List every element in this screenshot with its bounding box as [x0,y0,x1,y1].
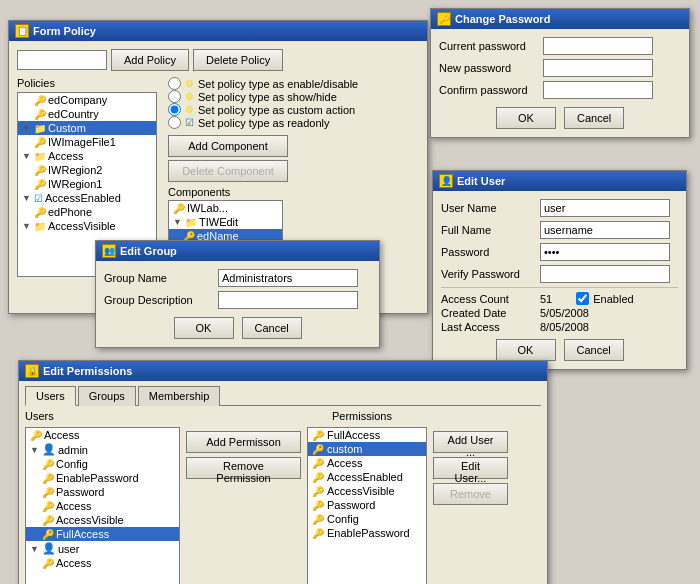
tree-item-accessenabled[interactable]: ▼ ☑ AccessEnabled [18,191,156,205]
user-admin[interactable]: ▼ 👤 admin [26,442,179,457]
key-icon: 🔑 [30,430,42,441]
group-desc-input[interactable] [218,291,358,309]
group-desc-label: Group Description [104,294,214,306]
form-policy-title: Form Policy [33,25,96,37]
fullname-label: Full Name [441,224,536,236]
users-section-label: Users [25,410,234,422]
perm-config[interactable]: 🔑 Config [308,512,426,526]
policy-type-icon: ⚙ [185,104,194,115]
user-fullaccess[interactable]: 🔑 FullAccess [26,527,179,541]
tree-item-iwregion2[interactable]: 🔑 IWRegion2 [18,163,156,177]
verify-password-input[interactable] [540,265,670,283]
radio-enable-input[interactable] [168,77,181,90]
username-input[interactable] [540,199,670,217]
delete-policy-button[interactable]: Delete Policy [193,49,283,71]
comp-tiwdit[interactable]: ▼ 📁 TIWEdit [169,215,282,229]
item-label: EnablePassword [327,527,410,539]
delete-component-button[interactable]: Delete Component [168,160,288,182]
folder-icon: 📁 [34,221,46,232]
radio-show-hide[interactable]: ⚙ Set policy type as show/hide [168,90,419,103]
edit-group-icon: 👥 [102,244,116,258]
add-permission-button[interactable]: Add Permisson [186,431,301,453]
user-user[interactable]: ▼ 👤 user [26,541,179,556]
current-password-input[interactable] [543,37,653,55]
item-label: IWRegion1 [48,178,102,190]
enabled-checkbox[interactable] [576,292,589,305]
tree-item-edcompany[interactable]: 🔑 edCompany [18,93,156,107]
user-access2[interactable]: 🔑 Access [26,499,179,513]
remove-button[interactable]: Remove [433,483,508,505]
perm-password[interactable]: 🔑 Password [308,498,426,512]
perm-fullaccess[interactable]: 🔑 FullAccess [308,428,426,442]
user-useraccess[interactable]: 🔑 Access [26,556,179,570]
expand-icon: ▼ [22,221,32,231]
new-password-input[interactable] [543,59,653,77]
folder-icon: 📁 [34,151,46,162]
item-label: FullAccess [327,429,380,441]
tree-item-access[interactable]: ▼ 📁 Access [18,149,156,163]
ok-button-cp[interactable]: OK [496,107,556,129]
perm-enablepassword[interactable]: 🔑 EnablePassword [308,526,426,540]
perm-accessvisible[interactable]: 🔑 AccessVisible [308,484,426,498]
radio-show-input[interactable] [168,90,181,103]
user-config[interactable]: 🔑 Config [26,457,179,471]
cancel-button-cp[interactable]: Cancel [564,107,624,129]
policy-type-icon: ⚙ [185,78,194,89]
item-label: AccessVisible [327,485,395,497]
add-policy-button[interactable]: Add Policy [111,49,189,71]
last-access-value: 8/05/2008 [540,321,589,333]
user-password[interactable]: 🔑 Password [26,485,179,499]
folder-icon: 👤 [42,443,56,456]
add-user-button[interactable]: Add User ... [433,431,508,453]
radio-label: Set policy type as readonly [198,117,329,129]
password-row: Password [441,243,678,261]
key-icon: 🔑 [312,444,324,455]
add-component-button[interactable]: Add Component [168,135,288,157]
cancel-button-eu[interactable]: Cancel [564,339,624,361]
tree-item-edphone[interactable]: 🔑 edPhone [18,205,156,219]
tab-membership[interactable]: Membership [138,386,221,406]
key-icon: 🔑 [173,203,185,214]
checkbox-icon: ☑ [34,193,43,204]
item-label: user [58,543,79,555]
item-label: edCountry [48,108,99,120]
perm-custom[interactable]: 🔑 custom [308,442,426,456]
expand-icon: ▼ [30,445,40,455]
edit-user-button[interactable]: Edit User... [433,457,508,479]
radio-readonly[interactable]: ☑ Set policy type as readonly [168,116,419,129]
ok-button-eg[interactable]: OK [174,317,234,339]
search-input[interactable] [17,50,107,70]
form-policy-icon: 📋 [15,24,29,38]
key-icon: 🔑 [34,179,46,190]
item-label: AccessVisible [56,514,124,526]
radio-custom-action[interactable]: ⚙ Set policy type as custom action [168,103,419,116]
user-accessvisible[interactable]: 🔑 AccessVisible [26,513,179,527]
tree-item-edcountry[interactable]: 🔑 edCountry [18,107,156,121]
perm-accessenabled[interactable]: 🔑 AccessEnabled [308,470,426,484]
remove-permission-button[interactable]: Remove Permission [186,457,301,479]
edit-permissions-titlebar: 🔒 Edit Permissions [19,361,547,381]
tree-item-accessvisible[interactable]: ▼ 📁 AccessVisible [18,219,156,233]
user-access[interactable]: 🔑 Access [26,428,179,442]
tab-groups[interactable]: Groups [78,386,136,406]
radio-readonly-input[interactable] [168,116,181,129]
confirm-password-input[interactable] [543,81,653,99]
fullname-input[interactable] [540,221,670,239]
tab-users[interactable]: Users [25,386,76,406]
edit-group-title: Edit Group [120,245,177,257]
user-enable-pw[interactable]: 🔑 EnablePassword [26,471,179,485]
perm-access[interactable]: 🔑 Access [308,456,426,470]
radio-label: Set policy type as custom action [198,104,355,116]
comp-iwlab[interactable]: 🔑 IWLab... [169,201,282,215]
radio-custom-input[interactable] [168,103,181,116]
tree-item-iwregion1[interactable]: 🔑 IWRegion1 [18,177,156,191]
permissions-section-label: Permissions [332,410,541,422]
radio-enable-disable[interactable]: ⚙ Set policy type as enable/disable [168,77,419,90]
tree-item-iwimage[interactable]: 🔑 IWImageFile1 [18,135,156,149]
ok-button-eu[interactable]: OK [496,339,556,361]
password-input[interactable] [540,243,670,261]
tree-item-custom[interactable]: ▼ 📁 Custom [18,121,156,135]
key-icon: 🔑 [34,207,46,218]
cancel-button-eg[interactable]: Cancel [242,317,302,339]
group-name-input[interactable] [218,269,358,287]
